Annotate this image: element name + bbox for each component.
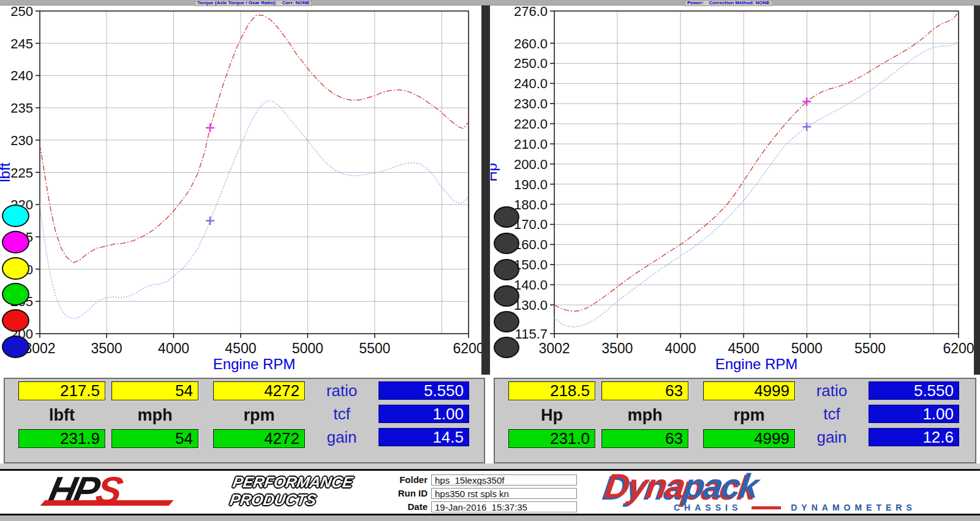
cursor-rpm-value: 4272 — [213, 381, 305, 400]
run-id-label: Run ID — [343, 488, 428, 499]
svg-text:3500: 3500 — [601, 340, 633, 356]
gain-field[interactable]: 14.5 — [379, 428, 469, 446]
folder-label: Folder — [343, 474, 428, 485]
channel-dark-button-4[interactable] — [494, 311, 519, 332]
svg-text:115.7: 115.7 — [515, 326, 548, 342]
svg-text:200.0: 200.0 — [514, 157, 548, 172]
hps-performance-text: PERFORMANCE — [232, 473, 354, 491]
svg-text:230.0: 230.0 — [514, 96, 548, 111]
channel-dark-button-1[interactable] — [494, 233, 519, 254]
gain-field[interactable]: 12.6 — [869, 428, 959, 446]
power-chart-title: Power: Correction Method: NONE — [685, 0, 772, 6]
tcf-label: tcf — [310, 405, 374, 423]
unit-label-lbft: lbft — [18, 406, 105, 424]
svg-text:Hp: Hp — [491, 163, 500, 182]
unit-label-rpm: rpm — [213, 406, 305, 424]
bottom-strip — [0, 515, 980, 521]
run-rpm-value: 4272 — [213, 429, 305, 448]
tcf-label: tcf — [800, 405, 864, 423]
power-data-panel: 218.5 63 4999 Hp mph rpm 231.0 63 4999 r… — [494, 378, 976, 463]
dynapack-dyna-text: Dyna — [603, 467, 687, 505]
date-input[interactable] — [431, 501, 577, 512]
cursor-torque-value: 217.5 — [18, 381, 105, 400]
torque-chart[interactable]: 2002052102152202252302352402452503002350… — [0, 5, 484, 375]
svg-text:5500: 5500 — [854, 340, 886, 356]
svg-text:130.0: 130.0 — [514, 298, 548, 313]
svg-text:210.0: 210.0 — [514, 137, 548, 152]
run-speed-value: 54 — [111, 429, 198, 448]
svg-text:250: 250 — [10, 5, 33, 19]
channel-color-button-1[interactable] — [2, 231, 29, 253]
window-title-bar: Torque (Axle Torque / Gear Ratio): Corr:… — [0, 0, 980, 6]
folder-input[interactable] — [431, 474, 577, 485]
tcf-field[interactable]: 1.00 — [869, 405, 959, 423]
svg-text:180.0: 180.0 — [514, 197, 548, 212]
cursor-rpm-value: 4999 — [703, 381, 795, 400]
svg-text:240: 240 — [10, 68, 33, 83]
svg-text:4500: 4500 — [225, 340, 256, 356]
dynapack-wordmark: Dynapack — [602, 466, 760, 506]
dynapack-dash — [752, 506, 781, 509]
svg-text:5000: 5000 — [292, 340, 323, 356]
svg-text:3002: 3002 — [538, 340, 570, 356]
svg-text:6200: 6200 — [943, 340, 974, 356]
channel-dark-button-2[interactable] — [494, 259, 519, 280]
ratio-label: ratio — [310, 381, 374, 400]
unit-label-rpm: rpm — [703, 406, 795, 424]
gain-label: gain — [800, 428, 864, 446]
chart-divider — [481, 5, 490, 375]
hps-logo-mark: HPS — [44, 468, 124, 512]
svg-text:230: 230 — [10, 133, 33, 148]
unit-label-mph: mph — [601, 406, 688, 424]
dynapack-dynamometers-text: DYNAMOMETERS — [791, 503, 916, 512]
channel-color-button-3[interactable] — [2, 283, 29, 305]
svg-text:Engine RPM: Engine RPM — [715, 356, 798, 372]
dynapack-chassis-text: CHASSIS — [674, 503, 742, 512]
channel-dark-button-5[interactable] — [494, 337, 519, 358]
channel-dark-button-3[interactable] — [494, 285, 519, 307]
dynapack-subtitle: CHASSIS DYNAMOMETERS — [674, 503, 916, 512]
unit-label-mph: mph — [111, 406, 198, 424]
svg-text:250.0: 250.0 — [514, 56, 548, 71]
panel-footer-gap — [0, 463, 980, 469]
channel-dark-button-0[interactable] — [494, 206, 519, 228]
run-torque-value: 231.9 — [18, 429, 105, 448]
channel-color-button-2[interactable] — [2, 257, 29, 280]
tcf-field[interactable]: 1.00 — [379, 405, 469, 423]
svg-text:4000: 4000 — [158, 340, 189, 356]
power-chart[interactable]: 115.7130.0140.0150.0160.0170.0180.0190.0… — [491, 5, 980, 375]
svg-text:225: 225 — [10, 165, 33, 181]
channel-color-button-4[interactable] — [2, 309, 29, 332]
hps-logo: HPS PERFORMANCE PRODUCTS — [49, 473, 361, 511]
svg-text:5500: 5500 — [359, 340, 390, 356]
channel-color-button-5[interactable] — [2, 335, 29, 358]
svg-text:235: 235 — [10, 100, 33, 116]
channel-color-button-0[interactable] — [2, 204, 29, 227]
svg-text:Engine RPM: Engine RPM — [213, 356, 296, 372]
unit-label-hp: Hp — [508, 406, 595, 424]
ratio-field[interactable]: 5.550 — [869, 381, 959, 400]
svg-text:5000: 5000 — [791, 340, 823, 356]
run-id-input[interactable] — [431, 488, 577, 499]
ratio-label: ratio — [800, 381, 864, 400]
svg-text:lbft: lbft — [0, 162, 13, 182]
svg-text:220.0: 220.0 — [514, 116, 548, 132]
svg-text:190.0: 190.0 — [514, 177, 548, 192]
svg-text:240.0: 240.0 — [514, 76, 548, 91]
window-right-edge — [974, 5, 980, 375]
svg-text:6200: 6200 — [453, 340, 484, 356]
hps-logo-underline — [40, 500, 173, 506]
svg-text:4500: 4500 — [728, 340, 760, 356]
footer-bar: HPS PERFORMANCE PRODUCTS Folder Run ID D… — [0, 469, 980, 515]
torque-data-panel: 217.5 54 4272 lbft mph rpm 231.9 54 4272… — [4, 378, 485, 463]
dynapack-logo: Dynapack CHASSIS DYNAMOMETERS — [605, 472, 960, 515]
svg-text:260.0: 260.0 — [514, 36, 548, 51]
run-rpm-value: 4999 — [703, 429, 795, 448]
gain-label: gain — [310, 428, 374, 446]
ratio-field[interactable]: 5.550 — [379, 381, 469, 400]
svg-text:3500: 3500 — [91, 340, 122, 356]
svg-text:245: 245 — [10, 36, 33, 51]
cursor-speed-value: 54 — [111, 381, 198, 400]
run-speed-value: 63 — [601, 429, 688, 448]
torque-chart-title: Torque (Axle Torque / Gear Ratio): Corr:… — [195, 0, 312, 6]
